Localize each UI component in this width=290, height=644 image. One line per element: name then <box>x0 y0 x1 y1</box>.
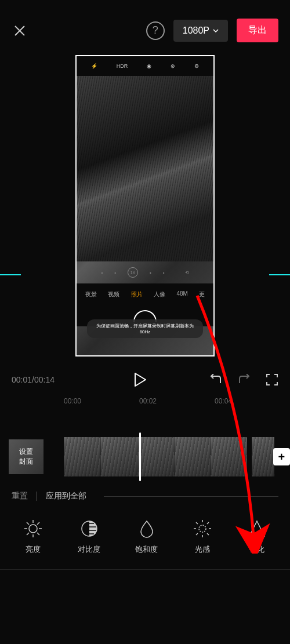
tool-label: 亮度 <box>26 544 41 555</box>
brightness-icon <box>23 519 43 539</box>
brightness-tool[interactable]: 亮度 <box>23 519 43 555</box>
guide-line-left <box>0 274 21 275</box>
tool-label: 对比度 <box>78 544 100 555</box>
tool-label: 光感 <box>195 544 210 555</box>
cover-label-1: 设置 <box>19 447 33 457</box>
help-button[interactable]: ? <box>146 21 165 40</box>
guide-line-right <box>269 274 290 275</box>
contrast-icon <box>79 519 99 539</box>
plus-icon: + <box>278 450 285 464</box>
total-time: 00:14 <box>34 375 55 384</box>
play-icon <box>134 372 147 387</box>
mode-photo: 照片 <box>131 290 143 299</box>
clip-thumbnail[interactable] <box>64 437 100 476</box>
mode-more: 更 <box>199 290 205 299</box>
clip-thumbnail[interactable] <box>211 437 247 476</box>
sharpen-icon <box>247 519 267 539</box>
tool-label: 锐化 <box>249 544 264 555</box>
zoom-indicator: 1X <box>128 267 138 278</box>
adjust-tools-bar: 亮度 对比度 饱和度 <box>0 510 290 570</box>
svg-point-14 <box>199 525 206 532</box>
mode-48m: 48M <box>176 290 187 299</box>
redo-icon <box>237 374 251 385</box>
phone-top-icons: ⚡ HDR ◉ ⊗ ⚙ <box>77 56 213 76</box>
resolution-label: 1080P <box>183 26 209 36</box>
top-bar-right: ? 1080P 导出 <box>146 19 278 42</box>
svg-line-6 <box>37 533 39 535</box>
svg-line-19 <box>196 522 198 524</box>
top-bar: ? 1080P 导出 <box>0 9 290 49</box>
undo-button[interactable] <box>209 374 223 385</box>
tool-label: 饱和度 <box>135 544 158 555</box>
preview-area: ⚡ HDR ◉ ⊗ ⚙ •• 1X •• ⟲ 夜景 视频 照片 人像 48M 更 <box>0 49 290 362</box>
svg-point-0 <box>29 525 37 533</box>
phone-mode-selector: 夜景 视频 照片 人像 48M 更 <box>77 283 213 305</box>
svg-line-5 <box>27 522 29 525</box>
help-icon: ? <box>153 24 158 37</box>
time-display: 00:01/00:14 <box>12 375 55 384</box>
set-cover-button[interactable]: 设置 封面 <box>9 439 44 474</box>
apply-all-button[interactable]: 应用到全部 <box>46 491 86 501</box>
undo-icon <box>209 374 223 385</box>
playback-bar: 00:01/00:14 <box>0 362 290 397</box>
phone-zoom-controls: •• 1X •• ⟲ <box>77 261 213 283</box>
redo-button[interactable] <box>237 374 251 385</box>
sharpen-tool[interactable]: 锐化 <box>247 519 267 555</box>
close-icon <box>13 24 27 38</box>
close-button[interactable] <box>12 23 28 39</box>
light-sense-tool[interactable]: 光感 <box>193 519 212 555</box>
settings-icon: ⚙ <box>194 63 199 69</box>
clip-thumbnail[interactable] <box>100 437 137 476</box>
export-label: 导出 <box>248 25 267 35</box>
fullscreen-button[interactable] <box>266 373 278 386</box>
saturation-icon <box>137 519 157 539</box>
svg-line-20 <box>207 533 209 535</box>
clip-thumbnail[interactable] <box>137 437 173 476</box>
export-button[interactable]: 导出 <box>237 19 278 42</box>
add-clip-button[interactable]: + <box>273 448 290 465</box>
hdr-icon: HDR <box>117 63 128 69</box>
cover-label-2: 封面 <box>19 457 33 467</box>
filter-icon: ◉ <box>147 63 151 69</box>
fullscreen-icon <box>266 373 278 386</box>
saturation-tool[interactable]: 饱和度 <box>135 519 158 555</box>
light-sense-icon <box>193 519 212 539</box>
adjust-option-bar: 重置 应用到全部 <box>0 476 290 510</box>
resolution-button[interactable]: 1080P <box>173 20 228 42</box>
clip-thumbnail[interactable] <box>174 437 211 476</box>
preview-content: ⚡ HDR ◉ ⊗ ⚙ •• 1X •• ⟲ 夜景 视频 照片 人像 48M 更 <box>77 56 213 355</box>
effect-icon: ⊗ <box>171 63 175 69</box>
current-time: 00:01 <box>12 375 32 384</box>
timeline-track[interactable]: 设置 封面 + <box>64 437 290 476</box>
contrast-tool[interactable]: 对比度 <box>78 519 100 555</box>
svg-line-8 <box>27 533 29 535</box>
time-mark: 00:02 <box>139 397 215 405</box>
mode-video: 视频 <box>108 290 119 299</box>
svg-line-22 <box>196 533 198 535</box>
flash-icon: ⚡ <box>91 63 97 69</box>
phone-image-content <box>77 76 213 261</box>
svg-line-21 <box>207 522 209 524</box>
reset-button[interactable]: 重置 <box>12 491 28 501</box>
play-button[interactable] <box>134 372 147 387</box>
timeline[interactable]: 00:00 00:02 00:04 设置 封面 + <box>0 397 290 476</box>
clip-thumbnail[interactable] <box>252 437 274 476</box>
time-mark: 00:00 <box>64 397 139 405</box>
mode-night: 夜景 <box>85 290 97 299</box>
time-mark: 00:04 <box>215 397 290 405</box>
divider <box>37 492 37 501</box>
playback-controls-right <box>209 373 278 386</box>
preview-frame[interactable]: ⚡ HDR ◉ ⊗ ⚙ •• 1X •• ⟲ 夜景 视频 照片 人像 48M 更 <box>75 55 215 356</box>
mode-portrait: 人像 <box>154 290 165 299</box>
phone-toast: 为保证画面流畅，开启屏幕录制时屏幕刷新率为60Hz <box>87 319 203 338</box>
adjust-slider[interactable] <box>104 496 278 497</box>
time-ruler: 00:00 00:02 00:04 <box>64 397 290 414</box>
chevron-down-icon <box>213 29 219 32</box>
playhead[interactable] <box>139 432 141 481</box>
svg-line-7 <box>37 522 39 525</box>
